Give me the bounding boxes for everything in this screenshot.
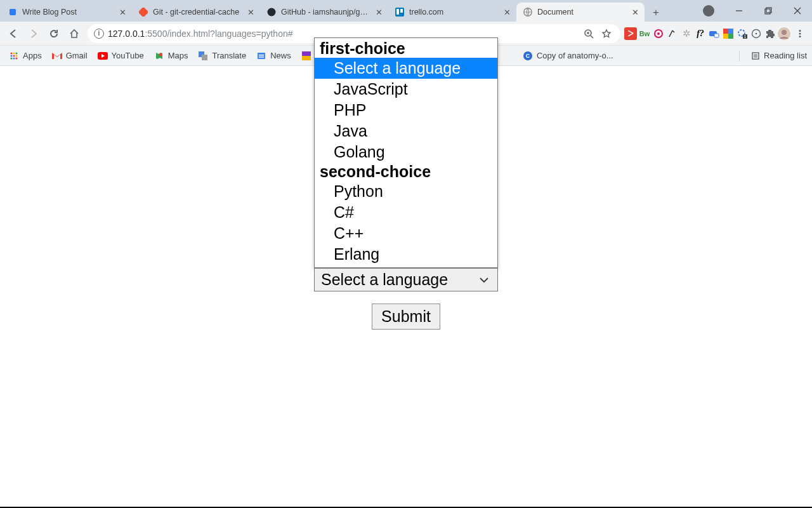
- favicon-blog: [8, 7, 18, 17]
- svg-point-34: [10, 52, 12, 54]
- svg-point-42: [15, 57, 17, 59]
- copy-icon: C: [523, 51, 533, 61]
- svg-point-2: [268, 8, 276, 17]
- browser-window: Write Blog Post ✕ Git - git-credential-c…: [0, 0, 812, 507]
- svg-rect-47: [258, 53, 265, 59]
- close-icon[interactable]: ✕: [502, 8, 511, 17]
- news-icon: [256, 51, 266, 61]
- svg-rect-49: [259, 57, 264, 58]
- svg-rect-21: [728, 29, 733, 34]
- option-java[interactable]: Java: [315, 121, 497, 142]
- youtube-icon: [98, 51, 108, 61]
- option-python[interactable]: Python: [315, 181, 497, 202]
- svg-point-41: [13, 57, 15, 59]
- option-php[interactable]: PHP: [315, 100, 497, 121]
- svg-rect-8: [765, 9, 770, 14]
- bookmark-label: News: [270, 51, 291, 60]
- svg-rect-51: [302, 56, 311, 60]
- svg-rect-20: [723, 29, 728, 34]
- page-content: first-choice Select a language JavaScrip…: [0, 66, 812, 507]
- select-listbox[interactable]: first-choice Select a language JavaScrip…: [314, 37, 498, 268]
- svg-rect-9: [766, 8, 771, 13]
- tab-trello[interactable]: trello.com ✕: [388, 3, 516, 22]
- tab-write-blog[interactable]: Write Blog Post ✕: [1, 3, 132, 22]
- option-javascript[interactable]: JavaScript: [315, 79, 497, 100]
- bookmark-apps[interactable]: Apps: [5, 48, 46, 64]
- chevron-down-icon: [478, 274, 490, 286]
- ext-icon-5[interactable]: ✲: [680, 27, 693, 40]
- home-button[interactable]: [65, 24, 84, 43]
- submit-button[interactable]: Submit: [372, 304, 440, 330]
- tab-label: Write Blog Post: [22, 8, 114, 17]
- reading-list-label: Reading list: [764, 51, 807, 60]
- ext-icon-4[interactable]: [666, 27, 679, 40]
- reading-list[interactable]: Reading list: [739, 50, 807, 62]
- close-icon[interactable]: ✕: [374, 8, 383, 17]
- zoom-icon[interactable]: [581, 24, 596, 43]
- bookmark-star-icon[interactable]: [599, 24, 614, 43]
- option-csharp[interactable]: C#: [315, 202, 497, 223]
- close-icon[interactable]: ✕: [118, 8, 127, 17]
- svg-rect-19: [714, 34, 719, 37]
- svg-rect-50: [302, 51, 311, 56]
- new-tab-button[interactable]: +: [647, 4, 665, 22]
- option-select-language[interactable]: Select a language: [315, 58, 497, 79]
- tab-github[interactable]: GitHub - iamshaunjp/gola ✕: [260, 3, 388, 22]
- reload-button[interactable]: [44, 24, 63, 43]
- select-dropdown-open: first-choice Select a language JavaScrip…: [314, 37, 498, 291]
- option-golang[interactable]: Golang: [315, 142, 497, 163]
- bookmark-label: Apps: [23, 51, 42, 60]
- tab-strip: Write Blog Post ✕ Git - git-credential-c…: [0, 0, 812, 22]
- tab-document[interactable]: Document ✕: [516, 3, 645, 22]
- ext-icon-1[interactable]: ᐳ: [624, 27, 637, 40]
- option-erlang[interactable]: Erlang: [315, 244, 497, 265]
- back-button[interactable]: [4, 24, 23, 43]
- svg-point-30: [782, 30, 787, 35]
- svg-rect-48: [259, 55, 264, 56]
- svg-text:1: 1: [744, 34, 747, 38]
- ext-icon-2[interactable]: Bw: [638, 27, 651, 40]
- maximize-button[interactable]: [754, 0, 783, 22]
- profile-avatar[interactable]: [778, 27, 790, 40]
- close-icon[interactable]: ✕: [631, 8, 639, 17]
- bookmark-news[interactable]: News: [252, 48, 295, 64]
- optgroup-label-1: first-choice: [315, 39, 497, 58]
- ext-icon-3[interactable]: [652, 27, 665, 40]
- close-window-button[interactable]: [783, 0, 812, 22]
- bookmark-youtube[interactable]: YouTube: [94, 48, 148, 64]
- gmail-icon: [52, 51, 62, 61]
- select-element[interactable]: Select a language: [314, 268, 498, 291]
- close-icon[interactable]: ✕: [246, 8, 255, 17]
- tab-label: Git - git-credential-cache: [153, 8, 242, 17]
- ext-icon-8[interactable]: [722, 27, 735, 40]
- svg-text:C: C: [526, 53, 530, 59]
- forward-button[interactable]: [24, 24, 43, 43]
- bookmark-gmail[interactable]: Gmail: [48, 48, 91, 64]
- bookmark-translate[interactable]: Translate: [194, 48, 250, 64]
- svg-rect-5: [400, 9, 403, 13]
- bookmark-maps[interactable]: Maps: [150, 48, 192, 64]
- tab-label: GitHub - iamshaunjp/gola: [281, 8, 370, 17]
- svg-point-37: [10, 55, 12, 57]
- bookmark-copy[interactable]: C Copy of anatomy-o...: [519, 48, 617, 64]
- url-rest: :5500/index.html?languages=python#: [145, 29, 292, 39]
- ext-icon-9[interactable]: 1: [736, 27, 749, 40]
- svg-point-36: [15, 52, 17, 54]
- bookmark-label: Gmail: [66, 51, 88, 60]
- favicon-trello: [395, 7, 405, 17]
- tab-git[interactable]: Git - git-credential-cache ✕: [132, 3, 260, 22]
- extensions-button[interactable]: [764, 27, 776, 40]
- ext-icon-6[interactable]: f?: [694, 27, 707, 40]
- minimize-button[interactable]: [724, 0, 754, 22]
- option-cpp[interactable]: C++: [315, 223, 497, 244]
- favicon-document: [523, 7, 533, 17]
- ext-icon-7[interactable]: [708, 27, 721, 40]
- site-info-icon[interactable]: i: [94, 29, 104, 39]
- menu-button[interactable]: [792, 24, 808, 43]
- bookmark-label: YouTube: [112, 51, 144, 60]
- favicon-git: [138, 7, 148, 17]
- svg-rect-22: [723, 34, 728, 39]
- svg-point-39: [15, 55, 17, 57]
- ext-icon-10[interactable]: [750, 27, 763, 40]
- account-icon[interactable]: [703, 5, 714, 17]
